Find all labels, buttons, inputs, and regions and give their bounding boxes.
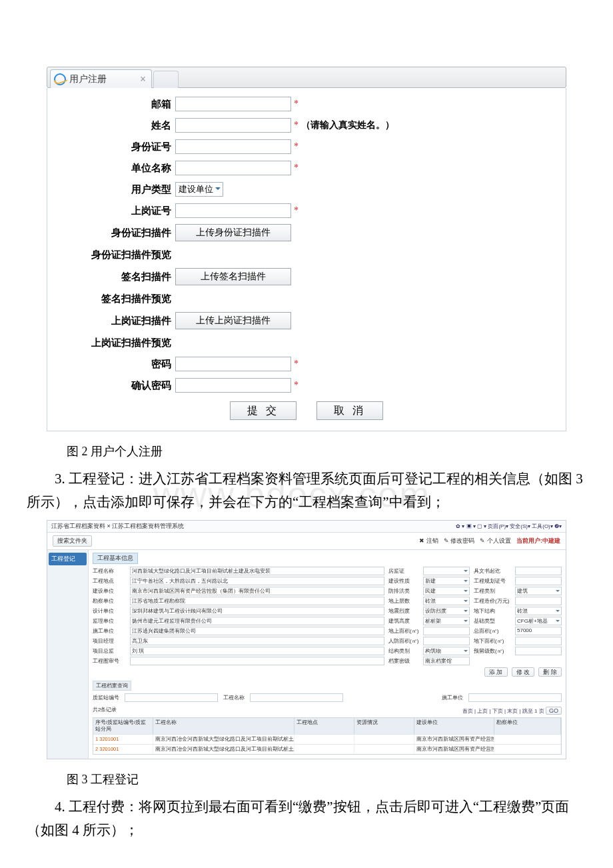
org-input[interactable]: [175, 161, 291, 175]
go-button[interactable]: GO: [546, 707, 562, 715]
logout-link[interactable]: ✖ 注销: [419, 537, 438, 545]
registration-form: 邮箱 * 姓名 * （请输入真实姓名。） 身份证号 * 单位名称 * 用户类型 …: [47, 88, 566, 431]
table-row[interactable]: 1 3201001 南京河西冶金河西新城大型绿化路口及河工项目前期试桩土建及水电…: [93, 734, 561, 744]
figure-3-caption: 图 3 工程登记: [67, 771, 586, 787]
required-mark: *: [294, 141, 299, 152]
edit-button[interactable]: 修 改: [512, 667, 535, 677]
ie-icon: [55, 74, 65, 85]
delete-button[interactable]: 删 除: [538, 667, 562, 677]
password2-input[interactable]: [175, 378, 291, 393]
browser-tab-bar: 用户注册 ×: [47, 67, 566, 88]
email-input[interactable]: [175, 97, 291, 111]
submit-button[interactable]: 提 交: [230, 401, 297, 420]
idscan-preview-label: 身份证扫描件预览: [55, 249, 175, 261]
idscan-label: 身份证扫描件: [55, 227, 175, 239]
upload-certscan-button[interactable]: 上传上岗证扫描件: [175, 312, 291, 329]
password-input[interactable]: [175, 357, 291, 371]
browser-tab[interactable]: 用户注册 ×: [50, 69, 152, 88]
certscan-preview-label: 上岗证扫描件预览: [55, 337, 175, 349]
org-label: 单位名称: [55, 162, 175, 175]
required-mark: *: [294, 120, 299, 131]
password-label: 密码: [55, 358, 175, 371]
pager-total: 共2条记录: [93, 706, 117, 713]
name-hint: （请输入真实姓名。）: [301, 119, 394, 131]
name-input[interactable]: [175, 118, 291, 133]
upload-signscan-button[interactable]: 上传签名扫描件: [175, 268, 291, 285]
change-password-link[interactable]: ✎ 修改密码: [444, 537, 475, 545]
project-form-grid: 工程名称河西新城大型绿化路口及河工项目前期试桩土建及水电安装 房监证 具文书起讫…: [93, 567, 562, 665]
current-user: 当前用户:中建建: [516, 537, 560, 545]
cert-label: 上岗证号: [55, 205, 175, 217]
browser-tools: ✿ ▾ ▣ ▾ ▢ ▾ 页面(P)▾ 安全(S)▾ 工具(O)▾ ❷▾: [456, 523, 562, 530]
section-title: 工程基本信息: [93, 553, 138, 564]
idnum-input[interactable]: [175, 139, 291, 154]
name-label: 姓名: [55, 119, 175, 132]
signscan-preview-label: 签名扫描件预览: [55, 293, 175, 305]
required-mark: *: [294, 99, 299, 109]
add-button[interactable]: 添 加: [484, 667, 508, 677]
usertype-value: 建设单位: [179, 183, 213, 195]
password2-label: 确认密码: [55, 379, 175, 392]
nav-item-register[interactable]: 工程登记: [49, 553, 87, 565]
tab-title: 用户注册: [69, 73, 107, 85]
search-folder-button[interactable]: 搜索文件夹: [53, 535, 92, 547]
q-station-input[interactable]: [125, 693, 218, 702]
upload-idscan-button[interactable]: 上传身份证扫描件: [175, 224, 291, 241]
results-table: 序号/质监站编号/质监站分局 工程名称 工程地点 资源情况 建设单位 勘察单位 …: [93, 717, 562, 755]
personal-settings-link[interactable]: ✎ 个人设置: [480, 537, 511, 545]
required-mark: *: [294, 205, 299, 216]
table-row[interactable]: 2 3201001 南京河西冶金河西新城大型绿化路口及河工项目前期试桩土建及水电…: [93, 744, 561, 754]
required-mark: *: [294, 163, 299, 173]
signscan-label: 签名扫描件: [55, 271, 175, 283]
proj-name-input[interactable]: 河西新城大型绿化路口及河工项目前期试桩土建及水电安装: [130, 567, 384, 575]
q-builder-input[interactable]: [468, 693, 562, 702]
required-mark: *: [294, 359, 299, 369]
paragraph-3: 3. 工程登记：进入江苏省工程档案资料管理系统页面后可登记工程的相关信息（如图 …: [27, 467, 586, 513]
email-label: 邮箱: [55, 98, 175, 111]
paragraph-4: 4. 工程付费：将网页拉到最右面可看到“缴费”按钮，点击后即可进入“工程缴费”页…: [27, 795, 586, 841]
new-tab-button[interactable]: [153, 71, 179, 88]
project-register-screenshot: 江苏省工程档案资料 × 江苏工程档案资料管理系统 ✿ ▾ ▣ ▾ ▢ ▾ 页面(…: [47, 520, 566, 759]
pager-links[interactable]: 首页 | 上页 | 下页 | 末页 | 跳至 1 页 GO: [462, 707, 562, 715]
cert-input[interactable]: [175, 203, 291, 218]
cancel-button[interactable]: 取 消: [316, 401, 383, 420]
breadcrumb: 江苏省工程档案资料 × 江苏工程档案资料管理系统: [51, 522, 184, 531]
cert-select[interactable]: [423, 567, 470, 575]
close-icon[interactable]: ×: [140, 73, 146, 85]
usertype-select[interactable]: 建设单位: [175, 182, 223, 197]
certscan-label: 上岗证扫描件: [55, 315, 175, 327]
idnum-label: 身份证号: [55, 141, 175, 153]
required-mark: *: [294, 380, 299, 391]
q-proj-input[interactable]: [250, 693, 343, 702]
figure-2-caption: 图 2 用户个人注册: [67, 443, 586, 459]
query-section-title: 工程档案查询: [93, 681, 131, 691]
side-nav: 工程登记: [47, 550, 89, 759]
usertype-label: 用户类型: [55, 183, 175, 196]
